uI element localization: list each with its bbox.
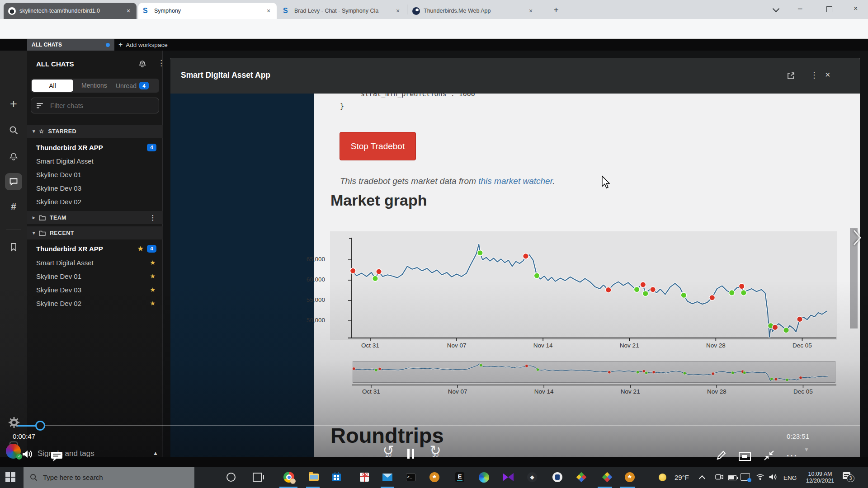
modal-close-icon[interactable]: ×	[825, 70, 830, 80]
picture-in-picture-icon[interactable]	[739, 452, 751, 461]
window-maximize-button[interactable]	[826, 6, 832, 12]
chat-row[interactable]: Skyline Dev 02★	[27, 296, 163, 310]
meet-now-camera-icon[interactable]	[715, 474, 723, 480]
buy-trade-marker[interactable]	[373, 276, 378, 282]
sell-trade-marker[interactable]	[523, 253, 529, 259]
tab-all[interactable]: All	[32, 80, 73, 92]
sell-trade-marker[interactable]	[709, 295, 715, 300]
tab-close-icon[interactable]: ×	[527, 7, 534, 14]
tab-github[interactable]: skylinetech-team/thunderbird1.0 ×	[4, 3, 137, 19]
chat-row[interactable]: Smart Digital Asset★	[27, 256, 163, 269]
market-watcher-link[interactable]: this market watcher	[478, 176, 552, 186]
chat-row[interactable]: Skyline Dev 03	[27, 181, 163, 195]
tab-close-icon[interactable]: ×	[125, 7, 132, 14]
more-options-icon[interactable]: ···	[787, 451, 798, 461]
sell-trade-marker[interactable]	[525, 365, 528, 368]
buy-trade-marker[interactable]	[783, 327, 789, 333]
star-icon[interactable]: ★	[150, 272, 156, 280]
captions-chat-icon[interactable]	[51, 450, 63, 462]
task-view-icon[interactable]	[252, 471, 264, 483]
skip-forward-button[interactable]: ↻ 30	[426, 444, 445, 462]
modal-kebab-icon[interactable]: ⋮	[810, 70, 818, 80]
sell-trade-marker[interactable]	[739, 283, 745, 289]
star-icon[interactable]: ★	[150, 259, 156, 266]
window-minimize-button[interactable]: –	[798, 4, 802, 13]
chevron-down-icon[interactable]: ▾	[33, 230, 35, 236]
stop-tradebot-button[interactable]: Stop Tradebot	[340, 132, 416, 160]
diamond-app-icon[interactable]	[576, 471, 587, 483]
buy-trade-marker[interactable]	[731, 371, 735, 375]
notification-settings-bell-icon[interactable]	[138, 59, 147, 70]
buy-trade-marker[interactable]	[645, 371, 648, 375]
tab-close-icon[interactable]: ×	[265, 7, 272, 14]
tray-chevron-up-icon[interactable]	[700, 475, 705, 480]
sell-trade-marker[interactable]	[606, 287, 612, 293]
wifi-icon[interactable]	[756, 474, 764, 480]
filter-chats-input[interactable]	[49, 101, 151, 110]
add-workspace-button[interactable]: + Add workspace	[118, 39, 168, 51]
trade-markers[interactable]	[350, 250, 802, 333]
tab-search-chevron-icon[interactable]	[774, 7, 779, 13]
video-settings-gear-icon[interactable]	[7, 416, 21, 429]
panel-expand-chevron[interactable]	[852, 228, 863, 247]
tab-symphony-active[interactable]: S Symphony ×	[138, 3, 277, 19]
sell-trade-marker[interactable]	[652, 371, 656, 374]
screen-share-icon[interactable]	[741, 473, 750, 481]
buy-trade-marker[interactable]	[534, 273, 540, 279]
sell-trade-marker[interactable]	[712, 372, 715, 375]
section-recent[interactable]: ▾ RECENT	[27, 226, 163, 239]
filter-chats-field[interactable]	[31, 98, 159, 113]
notification-center-icon[interactable]: 3	[843, 472, 850, 479]
gift-app-icon[interactable]	[359, 471, 370, 483]
market-chart[interactable]	[330, 231, 837, 343]
tab-thunderbirds[interactable]: Thunderbirds.Me Web App ×	[408, 3, 539, 19]
sell-trade-marker[interactable]	[774, 378, 778, 381]
chat-row[interactable]: Skyline Dev 01	[27, 168, 163, 181]
sell-trade-marker[interactable]	[376, 269, 382, 275]
collapse-view-icon[interactable]	[763, 450, 775, 461]
chevron-right-icon[interactable]: ▸	[33, 215, 35, 221]
buy-trade-marker[interactable]	[743, 371, 746, 375]
chat-row[interactable]: Skyline Dev 01★	[27, 269, 163, 283]
tab-mentions[interactable]: Mentions	[81, 82, 107, 89]
sell-trade-marker[interactable]	[640, 282, 646, 288]
sell-trade-marker[interactable]	[352, 367, 355, 371]
battery-icon[interactable]	[728, 475, 736, 480]
new-tab-button[interactable]: +	[550, 5, 562, 15]
buy-trade-marker[interactable]	[636, 371, 639, 374]
chevron-down-icon[interactable]: ▾	[33, 128, 35, 134]
star-icon[interactable]: ★	[137, 245, 143, 252]
sell-trade-marker[interactable]	[350, 268, 356, 274]
tab-brad-levy[interactable]: S Brad Levy - Chat - Symphony Cla ×	[278, 3, 406, 19]
buy-trade-marker[interactable]	[536, 368, 539, 371]
chat-row[interactable]: Skyline Dev 03★	[27, 283, 163, 296]
tab-close-icon[interactable]: ×	[394, 7, 401, 14]
circle-app-icon[interactable]	[552, 471, 563, 483]
chat-row-thunderbird[interactable]: Thunderbird XR APP ★ 4	[27, 242, 163, 255]
edge-icon[interactable]	[478, 471, 490, 483]
signals-and-tags-label[interactable]: Signals and tags	[38, 449, 94, 458]
diamond-app-icon[interactable]	[601, 471, 613, 483]
section-team[interactable]: ▸ TEAM ⋮	[27, 211, 163, 224]
sell-trade-marker[interactable]	[650, 286, 656, 292]
sell-trade-marker[interactable]	[378, 367, 382, 371]
asterisk-app-icon[interactable]: *	[624, 471, 636, 483]
tray-speaker-icon[interactable]	[769, 473, 778, 481]
collapse-down-triangle-icon[interactable]: ▼	[804, 446, 809, 453]
visual-studio-icon[interactable]	[502, 471, 514, 483]
video-progress-track[interactable]	[16, 425, 860, 426]
tab-unread[interactable]: Unread 4	[116, 82, 149, 89]
chats-icon-active[interactable]	[5, 173, 22, 190]
buy-trade-marker[interactable]	[642, 291, 648, 296]
window-close-button[interactable]: ×	[854, 5, 858, 13]
buy-trade-marker[interactable]	[741, 290, 747, 296]
ebook-app-icon[interactable]: E	[454, 471, 466, 483]
overview-chart[interactable]	[352, 361, 837, 389]
chrome-icon[interactable]	[283, 471, 295, 483]
file-explorer-icon[interactable]	[308, 471, 320, 483]
star-icon[interactable]: ★	[150, 300, 156, 307]
annotate-pencil-icon[interactable]	[716, 450, 726, 461]
start-button[interactable]	[5, 472, 15, 482]
buy-trade-marker[interactable]	[480, 364, 483, 367]
buy-trade-marker[interactable]	[786, 378, 789, 381]
